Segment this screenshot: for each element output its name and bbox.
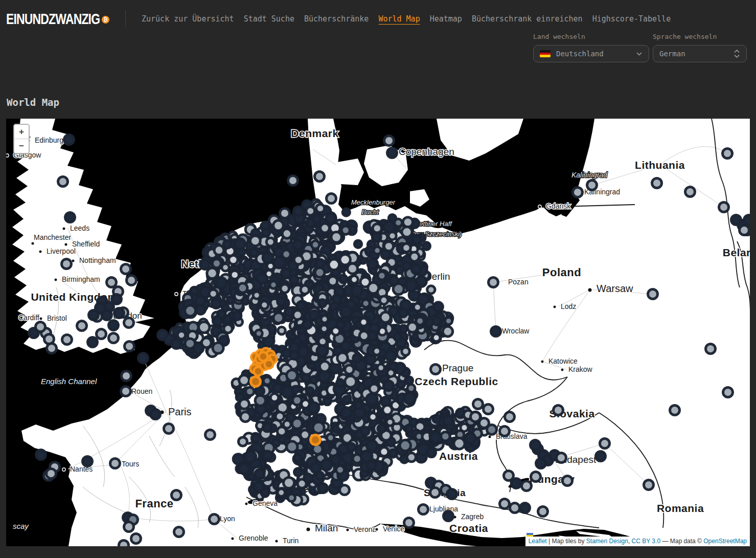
svg-text:Manchester: Manchester: [34, 233, 71, 241]
svg-text:Venice: Venice: [383, 525, 404, 533]
chevron-up-down-icon: [734, 49, 740, 59]
zoom-in-button[interactable]: +: [14, 125, 29, 139]
svg-text:scay: scay: [13, 522, 29, 530]
main-nav: Zurück zur Übersicht Stadt Suche Büchers…: [142, 14, 671, 24]
svg-text:Liverpool: Liverpool: [47, 247, 76, 255]
svg-text:Birmingham: Birmingham: [62, 275, 100, 283]
svg-text:Gdansk: Gdansk: [546, 202, 571, 210]
header-divider: [125, 10, 126, 27]
svg-text:Edinburgh: Edinburgh: [35, 136, 67, 144]
bitcoin-logo-icon: ₿: [102, 16, 109, 24]
svg-text:Nottingham: Nottingham: [79, 256, 116, 264]
svg-text:Verona: Verona: [354, 525, 377, 533]
svg-text:Leeds: Leeds: [70, 224, 89, 232]
nav-item-einreichen[interactable]: Bücherschrank einreichen: [472, 14, 583, 24]
svg-text:Cardiff: Cardiff: [18, 314, 39, 322]
svg-text:Poland: Poland: [542, 266, 581, 279]
svg-text:Croatia: Croatia: [449, 522, 488, 534]
german-flag-icon: [540, 50, 551, 57]
svg-text:Czech Republic: Czech Republic: [415, 375, 498, 387]
world-map[interactable]: English ChannelMecklenburgerBuchtStettin…: [6, 119, 750, 546]
svg-text:Denmark: Denmark: [291, 127, 338, 139]
svg-text:Katowice: Katowice: [548, 357, 578, 365]
svg-text:France: France: [135, 497, 173, 510]
cc-by-link[interactable]: CC BY 3.0: [632, 538, 660, 545]
osm-link[interactable]: OpenStreetMap: [703, 538, 747, 545]
nav-item-highscore[interactable]: Highscore-Tabelle: [592, 14, 671, 24]
svg-text:Paris: Paris: [168, 406, 192, 417]
svg-text:Sheffield: Sheffield: [72, 240, 100, 248]
language-select[interactable]: German: [653, 45, 747, 62]
svg-text:Bristol: Bristol: [47, 314, 67, 322]
stamen-link[interactable]: Stamen Design: [586, 538, 628, 545]
einundzwanzig-logo: EINUNDZWANZIG: [6, 11, 100, 28]
svg-text:Wroclaw: Wroclaw: [502, 327, 530, 335]
svg-text:Grenoble: Grenoble: [239, 534, 268, 542]
svg-text:Kaliningrad: Kaliningrad: [571, 171, 608, 179]
svg-text:Bucht: Bucht: [361, 208, 379, 216]
country-select-label: Land wechseln: [533, 33, 649, 40]
leaflet-link[interactable]: Leaflet: [529, 538, 547, 545]
svg-text:Ljubljana: Ljubljana: [429, 505, 458, 513]
svg-text:Turin: Turin: [283, 537, 299, 545]
language-select-label: Sprache wechseln: [653, 33, 747, 40]
nav-item-stadt-suche[interactable]: Stadt Suche: [244, 14, 294, 24]
svg-text:Romania: Romania: [657, 502, 704, 514]
svg-text:Mecklenburger: Mecklenburger: [351, 198, 396, 206]
nav-item-zurueck[interactable]: Zurück zur Übersicht: [142, 14, 234, 24]
nav-item-buecherschraenke[interactable]: Bücherschränke: [304, 14, 369, 24]
svg-text:Lodz: Lodz: [561, 302, 576, 310]
zoom-out-button[interactable]: −: [14, 139, 29, 153]
svg-text:Lyon: Lyon: [220, 515, 235, 523]
svg-text:Zagreb: Zagreb: [461, 512, 484, 521]
svg-text:Pozan: Pozan: [508, 278, 529, 286]
svg-text:Geneva: Geneva: [253, 499, 278, 507]
svg-text:Milan: Milan: [315, 523, 338, 533]
map-canvas[interactable]: English ChannelMecklenburgerBuchtStettin…: [6, 119, 750, 546]
svg-text:Krakow: Krakow: [568, 365, 593, 373]
svg-text:Lithuania: Lithuania: [635, 159, 685, 171]
map-attribution: Leaflet | Map tiles by Stamen Design, CC…: [525, 537, 750, 546]
country-select-value: Deutschland: [556, 50, 632, 58]
svg-text:Tours: Tours: [122, 460, 139, 468]
svg-text:Warsaw: Warsaw: [597, 283, 633, 294]
app-root: EINUNDZWANZIG ₿ Zurück zur Übersicht Sta…: [0, 0, 756, 558]
map-zoom-control: + −: [13, 124, 30, 154]
country-select[interactable]: Deutschland: [533, 45, 649, 62]
nav-item-world-map[interactable]: World Map: [378, 14, 420, 24]
language-select-value: German: [659, 50, 729, 58]
svg-text:Copenhagen: Copenhagen: [399, 146, 454, 157]
svg-text:Prague: Prague: [442, 363, 473, 373]
svg-text:English Channel: English Channel: [41, 377, 97, 386]
page-title: World Map: [7, 97, 59, 108]
svg-text:Belarus: Belarus: [723, 247, 750, 258]
chevron-down-icon: [636, 51, 643, 57]
svg-text:Rouen: Rouen: [131, 387, 152, 395]
attribution-text: | Map tiles by: [547, 538, 586, 545]
nav-item-heatmap[interactable]: Heatmap: [430, 14, 462, 24]
